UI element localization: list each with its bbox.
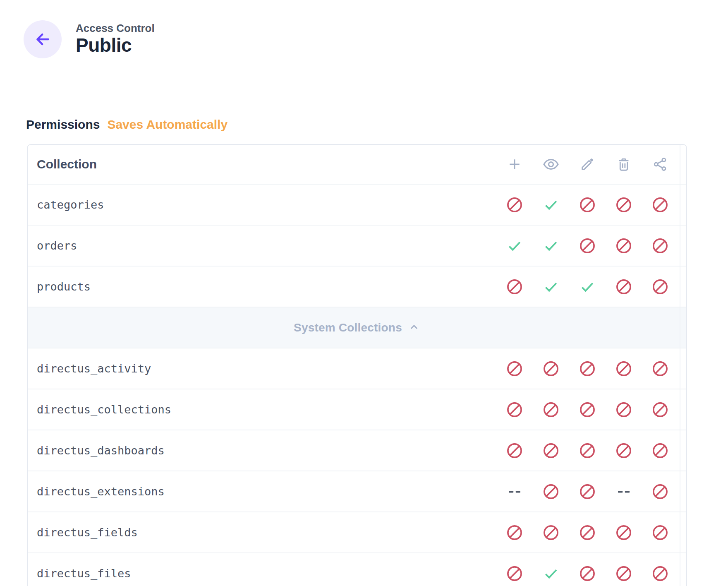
collection-name: products bbox=[37, 280, 496, 293]
permission-deny-icon[interactable] bbox=[496, 389, 533, 430]
permission-deny-icon[interactable] bbox=[569, 430, 606, 471]
permission-deny-icon[interactable] bbox=[642, 389, 678, 430]
permission-deny-icon[interactable] bbox=[642, 553, 678, 586]
permissions-heading: Permissions Saves Automatically bbox=[26, 117, 728, 132]
permission-allow-icon[interactable] bbox=[533, 267, 569, 307]
table-row: directus_extensions bbox=[28, 471, 686, 512]
autosave-note: Saves Automatically bbox=[107, 117, 228, 132]
table-row: orders bbox=[28, 226, 686, 267]
collection-name: directus_files bbox=[37, 567, 496, 580]
page-header: Access Control Public bbox=[24, 20, 728, 58]
permission-deny-icon[interactable] bbox=[642, 430, 678, 471]
collection-name: orders bbox=[37, 239, 496, 252]
breadcrumb: Access Control bbox=[76, 22, 155, 34]
permission-deny-icon[interactable] bbox=[533, 512, 569, 552]
permission-deny-icon[interactable] bbox=[533, 389, 569, 430]
table-row: directus_activity bbox=[28, 348, 686, 389]
permission-deny-icon[interactable] bbox=[496, 185, 533, 225]
arrow-left-icon bbox=[33, 30, 52, 49]
permission-deny-icon[interactable] bbox=[533, 348, 569, 389]
permission-deny-icon[interactable] bbox=[569, 389, 606, 430]
table-row: directus_dashboards bbox=[28, 430, 686, 471]
share-icon bbox=[642, 145, 678, 184]
permission-allow-icon[interactable] bbox=[533, 185, 569, 225]
permission-deny-icon[interactable] bbox=[533, 430, 569, 471]
permission-deny-icon[interactable] bbox=[496, 553, 533, 586]
table-row: directus_fields bbox=[28, 512, 686, 553]
permission-deny-icon[interactable] bbox=[569, 348, 606, 389]
trash-icon bbox=[606, 145, 642, 184]
permission-allow-icon[interactable] bbox=[496, 226, 533, 266]
edit-icon bbox=[569, 145, 606, 184]
permission-deny-icon[interactable] bbox=[606, 226, 642, 266]
permission-none-icon[interactable] bbox=[496, 471, 533, 512]
permission-deny-icon[interactable] bbox=[606, 512, 642, 552]
collection-column-header: Collection bbox=[37, 157, 496, 171]
collection-name: directus_dashboards bbox=[37, 444, 496, 457]
permission-none-icon[interactable] bbox=[606, 471, 642, 512]
permission-deny-icon[interactable] bbox=[642, 512, 678, 552]
table-row: directus_collections bbox=[28, 389, 686, 430]
collection-name: directus_fields bbox=[37, 526, 496, 539]
permission-deny-icon[interactable] bbox=[533, 471, 569, 512]
permission-deny-icon[interactable] bbox=[496, 430, 533, 471]
permission-deny-icon[interactable] bbox=[642, 226, 678, 266]
permission-deny-icon[interactable] bbox=[642, 471, 678, 512]
table-header-row: Collection bbox=[28, 145, 686, 185]
add-icon bbox=[496, 145, 533, 184]
permission-deny-icon[interactable] bbox=[642, 348, 678, 389]
collection-name: categories bbox=[37, 198, 496, 211]
permissions-label: Permissions bbox=[26, 117, 100, 132]
permission-deny-icon[interactable] bbox=[606, 348, 642, 389]
permission-deny-icon[interactable] bbox=[642, 267, 678, 307]
permission-deny-icon[interactable] bbox=[496, 348, 533, 389]
collection-name: directus_extensions bbox=[37, 485, 496, 498]
table-row: directus_files bbox=[28, 553, 686, 586]
permission-deny-icon[interactable] bbox=[606, 267, 642, 307]
table-row: categories bbox=[28, 185, 686, 226]
permissions-table: Collection bbox=[27, 144, 687, 586]
eye-icon bbox=[533, 145, 569, 184]
permission-deny-icon[interactable] bbox=[496, 512, 533, 552]
permission-deny-icon[interactable] bbox=[606, 553, 642, 586]
permission-deny-icon[interactable] bbox=[569, 471, 606, 512]
permission-allow-icon[interactable] bbox=[569, 267, 606, 307]
permission-deny-icon[interactable] bbox=[569, 226, 606, 266]
page-title: Public bbox=[76, 34, 155, 56]
table-row: products bbox=[28, 267, 686, 307]
permission-deny-icon[interactable] bbox=[642, 185, 678, 225]
permission-deny-icon[interactable] bbox=[606, 389, 642, 430]
permission-allow-icon[interactable] bbox=[533, 226, 569, 266]
chevron-up-icon bbox=[408, 321, 420, 335]
system-collections-toggle[interactable]: System Collections bbox=[28, 307, 686, 348]
collection-name: directus_collections bbox=[37, 403, 496, 416]
collection-name: directus_activity bbox=[37, 362, 496, 375]
permission-deny-icon[interactable] bbox=[606, 430, 642, 471]
permission-deny-icon[interactable] bbox=[496, 267, 533, 307]
back-button[interactable] bbox=[24, 20, 62, 58]
permission-deny-icon[interactable] bbox=[569, 553, 606, 586]
permission-deny-icon[interactable] bbox=[569, 512, 606, 552]
table-body: categories orders products System Collec… bbox=[28, 185, 686, 586]
permission-deny-icon[interactable] bbox=[569, 185, 606, 225]
permission-deny-icon[interactable] bbox=[606, 185, 642, 225]
permission-allow-icon[interactable] bbox=[533, 553, 569, 586]
system-collections-label: System Collections bbox=[294, 321, 402, 334]
